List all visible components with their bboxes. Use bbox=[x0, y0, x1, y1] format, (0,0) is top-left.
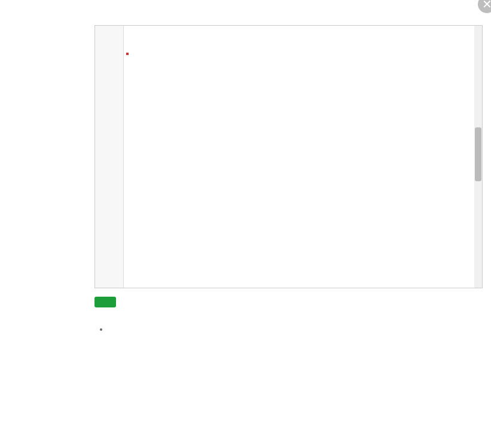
code-area[interactable] bbox=[124, 26, 482, 288]
scrollbar-vertical[interactable] bbox=[474, 26, 482, 288]
content-area bbox=[84, 16, 491, 434]
line-gutter bbox=[95, 26, 124, 288]
code-editor[interactable] bbox=[94, 25, 483, 288]
notes bbox=[94, 324, 483, 334]
hint-text bbox=[94, 16, 483, 25]
highlight-box bbox=[126, 53, 129, 55]
scroll-thumb[interactable] bbox=[475, 127, 481, 181]
sidebar bbox=[0, 16, 84, 434]
save-button[interactable] bbox=[94, 297, 116, 307]
note-item bbox=[109, 324, 483, 334]
page-title bbox=[0, 0, 491, 16]
